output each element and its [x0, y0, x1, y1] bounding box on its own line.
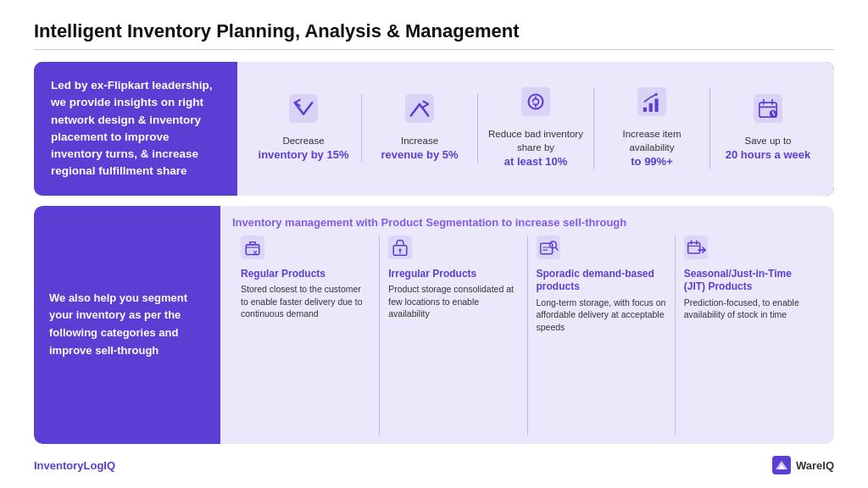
product-regular-desc: Stored closest to the customer to enable…	[241, 283, 370, 320]
metric-increase-revenue: Increaserevenue by 5%	[362, 94, 478, 163]
metric-reduce-bad-inventory: Reduce bad inventory share byat least 10…	[478, 87, 594, 169]
wareiq-logo-icon	[772, 456, 791, 474]
metric-bad-inventory-value: at least 10%	[485, 154, 587, 169]
bottom-header-suffix: to increase sell-through	[502, 216, 626, 229]
metric-availability-value: to 99%+	[601, 154, 703, 169]
decrease-arrow-icon	[289, 94, 318, 129]
metric-save-hours: Save up to20 hours a week	[710, 94, 826, 163]
search-box-icon	[537, 236, 666, 264]
product-sporadic-desc: Long-term storage, with focus on afforda…	[537, 297, 666, 334]
product-sporadic: Sporadic demand-based products Long-term…	[528, 236, 676, 436]
metric-availability-label: Increase item availabilityto 99%+	[601, 127, 703, 169]
lock-box-icon	[388, 236, 518, 264]
svg-rect-11	[754, 94, 782, 123]
metric-revenue-label: Increaserevenue by 5%	[381, 134, 458, 163]
clock-calendar-icon	[754, 94, 782, 129]
product-irregular-desc: Product storage consolidated at few loca…	[388, 283, 518, 320]
product-irregular: Irregular Products Product storage conso…	[380, 236, 527, 436]
metric-save-hours-value: 20 hours a week	[726, 147, 810, 163]
metric-save-hours-label: Save up to20 hours a week	[726, 134, 810, 163]
top-card-metrics: Decreaseinventory by 15% Increaserevenue…	[237, 62, 834, 196]
availability-icon	[637, 87, 666, 122]
metric-bad-inventory-label: Reduce bad inventory share byat least 10…	[485, 127, 587, 169]
box-fast-icon	[241, 236, 370, 264]
bottom-header-highlight: Product Segmentation	[381, 216, 499, 229]
bottom-header-text: Inventory management with	[232, 216, 378, 229]
money-icon	[521, 87, 550, 122]
metric-item-availability: Increase item availabilityto 99%+	[594, 87, 710, 169]
svg-rect-7	[643, 108, 647, 112]
top-card: Led by ex-Flipkart leadership, we provid…	[34, 62, 834, 196]
top-card-left-text: Led by ex-Flipkart leadership, we provid…	[34, 62, 237, 196]
metric-decrease-value: inventory by 15%	[259, 147, 349, 163]
metric-decrease-inventory: Decreaseinventory by 15%	[246, 94, 362, 163]
product-seasonal-desc: Prediction-focused, to enable availabili…	[684, 297, 814, 321]
bottom-card-header: Inventory management with Product Segmen…	[232, 216, 822, 229]
product-regular-title: Regular Products	[241, 268, 370, 281]
metric-decrease-label: Decreaseinventory by 15%	[259, 134, 349, 163]
page-title: Intelligent Inventory Planning, Analysis…	[34, 20, 834, 50]
product-seasonal-title: Seasonal/Just-in-Time (JIT) Products	[684, 268, 814, 294]
svg-rect-2	[521, 87, 550, 116]
products-row: Regular Products Stored closest to the c…	[232, 236, 822, 436]
svg-rect-0	[289, 94, 318, 123]
svg-point-10	[654, 93, 657, 96]
product-irregular-title: Irregular Products	[388, 268, 518, 281]
metric-revenue-value: revenue by 5%	[381, 147, 458, 163]
footer-right-brand: WareIQ	[772, 456, 834, 474]
bottom-card-right: Inventory management with Product Segmen…	[220, 206, 834, 445]
svg-rect-8	[649, 103, 653, 112]
page: Intelligent Inventory Planning, Analysis…	[0, 0, 868, 488]
footer: InventoryLogIQ WareIQ	[34, 456, 834, 474]
svg-rect-1	[405, 94, 434, 123]
increase-arrow-icon	[405, 94, 434, 129]
product-seasonal: Seasonal/Just-in-Time (JIT) Products Pre…	[676, 236, 822, 436]
product-regular: Regular Products Stored closest to the c…	[232, 236, 380, 436]
svg-rect-9	[654, 99, 658, 112]
bottom-card-left-text: We also help you segment your inventory …	[34, 206, 220, 445]
calendar-box-icon	[684, 236, 814, 264]
wareiq-brand-text: WareIQ	[796, 459, 834, 472]
bottom-card: We also help you segment your inventory …	[34, 206, 834, 445]
footer-left-brand: InventoryLogIQ	[34, 459, 115, 472]
product-sporadic-title: Sporadic demand-based products	[537, 268, 666, 294]
